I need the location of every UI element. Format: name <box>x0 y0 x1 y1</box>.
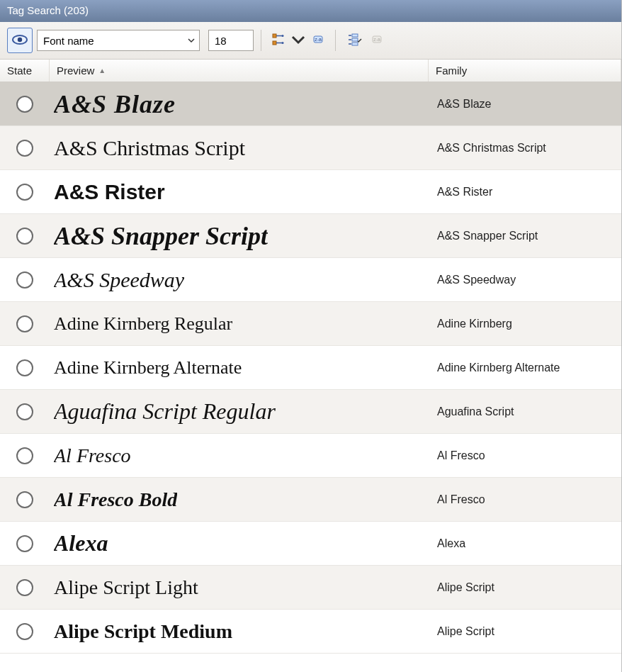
state-cell <box>0 214 50 257</box>
preview-cell: A&S Blaze <box>50 82 429 125</box>
table-row[interactable]: Adine Kirnberg AlternateAdine Kirnberg A… <box>0 346 621 390</box>
window-title: Tag Search (203) <box>7 4 89 16</box>
state-cell <box>0 302 50 345</box>
state-radio[interactable] <box>16 535 33 552</box>
state-radio[interactable] <box>16 447 33 464</box>
grouping-dropdown[interactable] <box>293 30 304 50</box>
table-row[interactable]: Alipe Script LightAlipe Script <box>0 566 621 610</box>
family-cell: A&S Speedway <box>429 258 621 301</box>
title-bar: Tag Search (203) <box>0 0 621 22</box>
font-preview-text: Al Fresco <box>54 444 131 467</box>
svg-rect-10 <box>352 43 358 45</box>
font-preview-text: A&S Christmas Script <box>54 136 245 160</box>
family-cell: Adine Kirnberg Alternate <box>429 346 621 389</box>
table-row[interactable]: A&S RisterA&S Rister <box>0 170 621 214</box>
state-cell <box>0 390 50 433</box>
font-preview-text: Adine Kirnberg Regular <box>54 313 232 335</box>
font-name-dropdown-arrow[interactable] <box>183 30 199 50</box>
font-table: State Preview ▲ Family A&S BlazeA&S Blaz… <box>0 60 621 672</box>
table-row[interactable]: A&S Christmas ScriptA&S Christmas Script <box>0 126 621 170</box>
state-radio[interactable] <box>16 315 33 332</box>
svg-rect-2 <box>273 34 276 38</box>
state-cell <box>0 346 50 389</box>
state-radio[interactable] <box>16 140 33 157</box>
family-cell: Adine Kirnberg <box>429 302 621 345</box>
table-row[interactable]: Adine Kirnberg RegularAdine Kirnberg <box>0 302 621 346</box>
family-cell: Alexa <box>429 522 621 565</box>
table-row[interactable]: A&S SpeedwayA&S Speedway <box>0 258 621 302</box>
state-cell <box>0 478 50 521</box>
font-size-combo[interactable] <box>208 30 254 51</box>
svg-point-5 <box>282 42 284 44</box>
separator <box>335 30 336 51</box>
font-name-input[interactable] <box>38 35 183 47</box>
state-cell <box>0 522 50 565</box>
table-row[interactable]: A&S Snapper ScriptA&S Snapper Script <box>0 214 621 258</box>
header-preview[interactable]: Preview ▲ <box>50 60 429 82</box>
state-radio[interactable] <box>16 491 33 508</box>
state-radio[interactable] <box>16 96 33 113</box>
font-preview-text: Alexa <box>54 530 108 556</box>
table-row[interactable]: Al Fresco BoldAl Fresco <box>0 478 621 522</box>
preview-cell: A&S Christmas Script <box>50 126 429 169</box>
font-manager-window: Tag Search (203) <box>0 0 622 672</box>
font-preview-text: A&S Rister <box>54 180 165 204</box>
family-cell: A&S Christmas Script <box>429 126 621 169</box>
svg-point-4 <box>282 35 284 37</box>
state-radio[interactable] <box>16 184 33 201</box>
family-cell: A&S Blaze <box>429 82 621 125</box>
table-body[interactable]: A&S BlazeA&S BlazeA&S Christmas ScriptA&… <box>0 82 621 672</box>
state-radio[interactable] <box>16 359 33 376</box>
preview-cell: Adine Kirnberg Alternate <box>50 346 429 389</box>
grouping-button[interactable] <box>268 30 288 50</box>
table-header: State Preview ▲ Family <box>0 60 621 82</box>
table-row[interactable]: Alipe Script MediumAlipe Script <box>0 610 621 654</box>
svg-rect-8 <box>352 34 358 37</box>
preview-cell: Alipe Script Light <box>50 566 429 609</box>
list-view-button[interactable] <box>343 30 363 50</box>
font-preview-text: A&S Blaze <box>54 89 176 119</box>
font-preview-text: Alipe Script Medium <box>54 620 232 643</box>
family-cell: Al Fresco <box>429 434 621 477</box>
state-radio[interactable] <box>16 271 33 289</box>
preview-cell: Alexa <box>50 522 429 565</box>
chevron-down-icon <box>291 33 305 49</box>
sort-za-button[interactable]: z-a <box>367 30 387 50</box>
font-preview-text: A&S Snapper Script <box>54 221 268 251</box>
font-preview-text: Aguafina Script Regular <box>54 398 276 425</box>
state-radio[interactable] <box>16 623 33 640</box>
preview-cell: A&S Speedway <box>50 258 429 301</box>
family-cell: A&S Rister <box>429 170 621 213</box>
preview-cell: Alipe Script Medium <box>50 610 429 653</box>
font-preview-text: Al Fresco Bold <box>54 488 177 511</box>
separator <box>261 30 261 51</box>
state-radio[interactable] <box>16 403 33 420</box>
table-row[interactable]: Al FrescoAl Fresco <box>0 434 621 478</box>
table-row[interactable]: A&S BlazeA&S Blaze <box>0 82 621 126</box>
preview-toggle-button[interactable] <box>7 28 33 53</box>
table-row[interactable]: Aguafina Script RegularAguafina Script <box>0 390 621 434</box>
family-cell: Alipe Script <box>429 610 621 653</box>
svg-text:z-a: z-a <box>373 37 380 42</box>
font-preview-text: A&S Speedway <box>54 268 184 292</box>
eye-icon <box>11 31 28 50</box>
state-radio[interactable] <box>16 228 33 245</box>
header-state[interactable]: State <box>0 60 50 82</box>
family-cell: Aguafina Script <box>429 390 621 433</box>
sort-asc-icon: ▲ <box>98 67 106 74</box>
table-row[interactable]: AlexaAlexa <box>0 522 621 566</box>
preview-cell: Aguafina Script Regular <box>50 390 429 433</box>
font-preview-text: Adine Kirnberg Alternate <box>54 357 242 379</box>
preview-cell: Adine Kirnberg Regular <box>50 302 429 345</box>
preview-cell: Al Fresco <box>50 434 429 477</box>
toolbar: z-a z-a <box>0 22 621 60</box>
svg-text:z-a: z-a <box>315 37 322 42</box>
sort-asc-button[interactable]: z-a <box>308 30 328 50</box>
header-family[interactable]: Family <box>429 60 621 82</box>
list-tree-icon <box>346 33 360 49</box>
chevron-down-icon <box>188 35 195 46</box>
preview-cell: A&S Rister <box>50 170 429 213</box>
state-radio[interactable] <box>16 579 33 596</box>
svg-rect-9 <box>352 38 358 41</box>
font-name-combo[interactable] <box>37 30 200 51</box>
